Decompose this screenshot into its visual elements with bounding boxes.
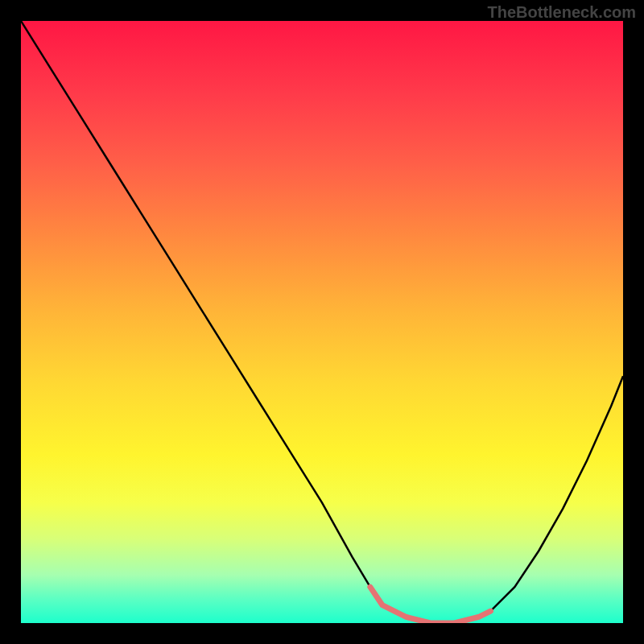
plot-area bbox=[21, 21, 623, 623]
highlight-segment bbox=[370, 587, 491, 623]
chart-container: TheBottleneck.com bbox=[0, 0, 644, 644]
watermark-text: TheBottleneck.com bbox=[488, 3, 636, 22]
bottleneck-curve bbox=[21, 21, 623, 623]
curve-svg bbox=[21, 21, 623, 623]
